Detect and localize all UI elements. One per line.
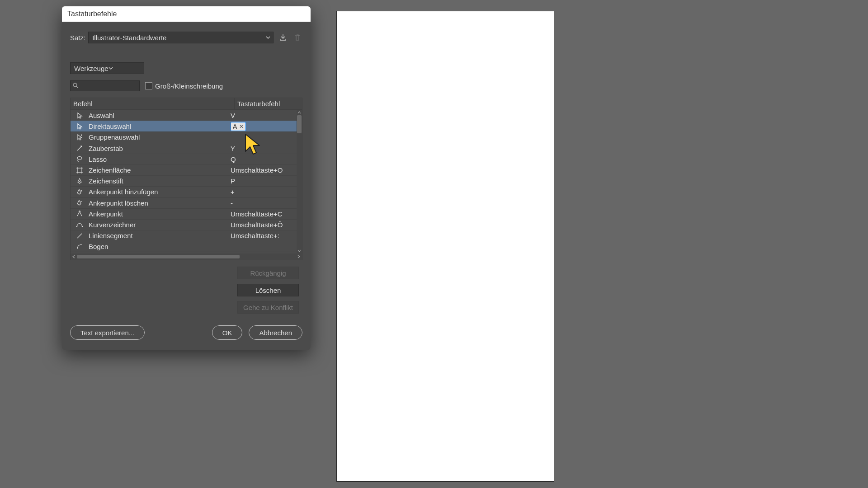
ok-button[interactable]: OK bbox=[212, 325, 243, 340]
save-set-icon[interactable] bbox=[278, 33, 288, 42]
goto-conflict-button: Gehe zu Konflikt bbox=[237, 301, 299, 314]
column-shortcut[interactable]: Tastaturbefehl bbox=[235, 98, 302, 109]
checkbox-box[interactable] bbox=[145, 82, 152, 89]
list-row[interactable]: Ankerpunkt löschen- bbox=[71, 197, 302, 208]
penminus-icon bbox=[71, 199, 89, 206]
shortcut-label[interactable]: Umschalttaste+Ö bbox=[229, 221, 302, 229]
command-label: Ankerpunkt löschen bbox=[89, 199, 229, 207]
list-body[interactable]: AuswahlVDirektauswahlA✕GruppenauswahlZau… bbox=[71, 110, 302, 253]
set-row: Satz: Illustrator-Standardwerte bbox=[70, 32, 302, 43]
category-dropdown[interactable]: Werkzeuge bbox=[70, 62, 144, 74]
command-label: Liniensegment bbox=[89, 232, 229, 239]
shortcut-label[interactable]: - bbox=[229, 199, 302, 207]
scroll-down-icon[interactable] bbox=[297, 248, 302, 253]
scroll-right-icon[interactable] bbox=[296, 253, 302, 260]
search-field[interactable] bbox=[70, 80, 140, 91]
artboard-canvas[interactable] bbox=[336, 11, 554, 482]
search-icon bbox=[72, 82, 79, 90]
clear-shortcut-icon[interactable]: ✕ bbox=[239, 123, 244, 130]
list-row[interactable]: AuswahlV bbox=[71, 110, 302, 121]
command-label: Kurvenzeichner bbox=[89, 221, 229, 229]
command-label: Bogen bbox=[89, 243, 229, 250]
list-row[interactable]: LassoQ bbox=[71, 154, 302, 164]
list-row[interactable]: AnkerpunktUmschalttaste+C bbox=[71, 208, 302, 219]
svg-rect-2 bbox=[77, 168, 82, 173]
command-label: Ankerpunkt bbox=[89, 210, 229, 218]
shortcut-label[interactable]: + bbox=[229, 188, 302, 196]
pen-icon bbox=[71, 178, 89, 185]
scroll-left-icon[interactable] bbox=[71, 253, 77, 260]
command-label: Zauberstab bbox=[89, 145, 229, 152]
cancel-button[interactable]: Abbrechen bbox=[249, 325, 302, 340]
anchor-icon bbox=[71, 210, 89, 217]
shortcut-label[interactable]: V bbox=[229, 112, 302, 119]
keyboard-shortcuts-dialog: Tastaturbefehle Satz: Illustrator-Standa… bbox=[62, 6, 311, 350]
lasso-icon bbox=[71, 155, 89, 163]
dialog-title: Tastaturbefehle bbox=[62, 6, 311, 22]
group-icon bbox=[71, 134, 89, 141]
chevron-down-icon bbox=[108, 66, 113, 70]
shortcut-label[interactable]: A✕ bbox=[229, 122, 302, 131]
svg-point-6 bbox=[82, 226, 83, 227]
shortcut-label[interactable]: Q bbox=[229, 155, 302, 163]
vertical-scrollbar[interactable] bbox=[297, 110, 302, 253]
list-row[interactable]: Spirale bbox=[71, 252, 302, 253]
set-label: Satz: bbox=[70, 34, 85, 42]
direct-icon bbox=[71, 123, 89, 130]
shortcut-edit-field[interactable]: A✕ bbox=[231, 122, 246, 131]
list-row[interactable]: ZauberstabY bbox=[71, 143, 302, 154]
list-row[interactable]: ZeichenflächeUmschalttaste+O bbox=[71, 164, 302, 175]
export-text-button[interactable]: Text exportieren... bbox=[70, 325, 145, 340]
command-label: Gruppenauswahl bbox=[89, 133, 229, 141]
set-dropdown-value: Illustrator-Standardwerte bbox=[92, 34, 166, 42]
curve-icon bbox=[71, 221, 89, 228]
svg-point-1 bbox=[77, 157, 82, 160]
shortcut-label[interactable]: Umschalttaste+: bbox=[229, 232, 302, 239]
command-label: Lasso bbox=[89, 155, 229, 163]
list-row[interactable]: KurvenzeichnerUmschalttaste+Ö bbox=[71, 219, 302, 230]
list-row[interactable]: Gruppenauswahl bbox=[71, 131, 302, 142]
command-label: Ankerpunkt hinzufügen bbox=[89, 188, 229, 196]
case-label: Groß-/Kleinschreibung bbox=[155, 82, 223, 90]
svg-point-3 bbox=[79, 181, 80, 182]
pointer-icon bbox=[71, 112, 89, 119]
list-row[interactable]: DirektauswahlA✕ bbox=[71, 121, 302, 131]
undo-button: Rückgängig bbox=[237, 267, 299, 279]
svg-point-5 bbox=[76, 226, 78, 227]
scroll-up-icon[interactable] bbox=[297, 110, 302, 115]
list-header: Befehl Tastaturbefehl bbox=[71, 98, 302, 110]
chevron-down-icon bbox=[266, 35, 270, 40]
command-label: Zeichenstift bbox=[89, 177, 229, 185]
hscroll-thumb[interactable] bbox=[77, 255, 240, 258]
svg-point-0 bbox=[73, 83, 77, 87]
shortcut-label[interactable]: Y bbox=[229, 145, 302, 152]
shortcut-label[interactable]: Umschalttaste+C bbox=[229, 210, 302, 218]
set-dropdown[interactable]: Illustrator-Standardwerte bbox=[88, 32, 274, 43]
shortcut-list: Befehl Tastaturbefehl AuswahlVDirektausw… bbox=[70, 98, 302, 260]
artboard-icon bbox=[71, 167, 89, 174]
list-row[interactable]: Ankerpunkt hinzufügen+ bbox=[71, 186, 302, 197]
shortcut-label[interactable]: Umschalttaste+O bbox=[229, 166, 302, 174]
column-command[interactable]: Befehl bbox=[71, 98, 235, 109]
case-sensitive-checkbox[interactable]: Groß-/Kleinschreibung bbox=[145, 82, 223, 90]
shortcut-label[interactable]: P bbox=[229, 177, 302, 185]
list-row[interactable]: Bogen bbox=[71, 241, 302, 252]
delete-set-icon bbox=[292, 33, 302, 42]
horizontal-scrollbar[interactable] bbox=[71, 253, 302, 260]
list-row[interactable]: ZeichenstiftP bbox=[71, 175, 302, 186]
penplus-icon bbox=[71, 188, 89, 196]
scroll-thumb[interactable] bbox=[297, 115, 302, 133]
category-value: Werkzeuge bbox=[74, 65, 108, 72]
command-label: Zeichenfläche bbox=[89, 166, 229, 174]
wand-icon bbox=[71, 145, 89, 152]
line-icon bbox=[71, 232, 89, 239]
command-label: Direktauswahl bbox=[89, 122, 229, 130]
list-row[interactable]: LiniensegmentUmschalttaste+: bbox=[71, 230, 302, 241]
arc-icon bbox=[71, 243, 89, 250]
clear-button[interactable]: Löschen bbox=[237, 284, 299, 296]
command-label: Auswahl bbox=[89, 112, 229, 119]
dialog-footer: Text exportieren... OK Abbrechen bbox=[62, 319, 311, 350]
